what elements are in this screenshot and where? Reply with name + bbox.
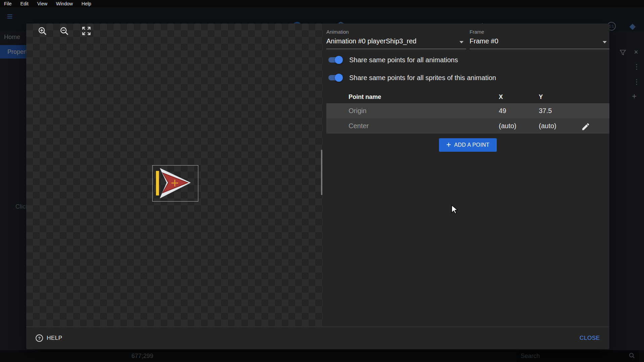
frame-select-label: Frame xyxy=(470,29,609,35)
toggle-label: Share same points for all animations xyxy=(349,56,458,64)
add-a-point-button[interactable]: + ADD A POINT xyxy=(439,138,497,152)
menu-item-window[interactable]: Window xyxy=(56,1,73,6)
point-y-cell[interactable]: 37.5 xyxy=(539,103,552,118)
player-ship-sprite xyxy=(153,166,198,201)
animation-select-label: Animation xyxy=(326,29,466,35)
add-a-point-label: ADD A POINT xyxy=(454,142,489,148)
mouse-cursor xyxy=(451,205,458,216)
zoom-in-icon[interactable] xyxy=(37,26,47,36)
edit-points-dialog: Animation Animation #0 playerShip3_red F… xyxy=(26,24,609,349)
toggle-switch[interactable] xyxy=(328,57,342,63)
menu-item-help[interactable]: Help xyxy=(82,1,91,6)
plus-icon: + xyxy=(446,140,451,149)
table-row-origin[interactable]: Origin 49 37.5 xyxy=(326,103,609,118)
table-row-center[interactable]: Center (auto) (auto) xyxy=(326,118,609,134)
frame-select[interactable]: Frame Frame #0 xyxy=(470,29,609,49)
edit-pencil-icon[interactable] xyxy=(581,121,590,131)
help-label: HELP xyxy=(47,335,62,341)
toggle-label: Share same points for all sprites of thi… xyxy=(349,74,496,82)
toggle-share-all-animations: Share same points for all animations xyxy=(328,56,458,64)
point-x-cell[interactable]: 49 xyxy=(499,103,506,118)
menu-bar: File Edit View Window Help xyxy=(0,0,644,7)
zoom-out-icon[interactable] xyxy=(59,26,69,36)
toggle-knob xyxy=(335,56,343,64)
frame-select-value: Frame #0 xyxy=(470,37,609,45)
animation-select-value: Animation #0 playerShip3_red xyxy=(326,37,466,45)
sprite-canvas[interactable] xyxy=(26,24,323,327)
zoom-fit-icon[interactable] xyxy=(81,26,91,36)
toggle-knob xyxy=(335,74,343,82)
points-table-header: Point name X Y xyxy=(326,92,609,102)
point-name-cell: Center xyxy=(349,118,369,134)
header-point-name: Point name xyxy=(349,92,381,102)
help-icon: ? xyxy=(36,334,43,342)
menu-item-file[interactable]: File xyxy=(4,1,12,6)
point-y-cell[interactable]: (auto) xyxy=(539,118,556,134)
point-x-cell[interactable]: (auto) xyxy=(499,118,516,134)
chevron-down-icon xyxy=(603,41,607,43)
dialog-footer: ? HELP CLOSE xyxy=(26,327,609,349)
points-panel: Animation Animation #0 playerShip3_red F… xyxy=(326,24,609,327)
sprite-frame[interactable] xyxy=(152,165,198,202)
point-name-cell: Origin xyxy=(349,103,366,118)
toggle-switch[interactable] xyxy=(328,75,342,80)
menu-item-view[interactable]: View xyxy=(37,1,47,6)
animation-select[interactable]: Animation Animation #0 playerShip3_red xyxy=(326,29,466,49)
chevron-down-icon xyxy=(459,41,464,43)
toggle-share-all-sprites: Share same points for all sprites of thi… xyxy=(328,73,496,82)
close-button[interactable]: CLOSE xyxy=(579,335,600,341)
scrollbar-thumb[interactable] xyxy=(321,150,322,195)
help-button[interactable]: ? HELP xyxy=(36,334,62,342)
header-y: Y xyxy=(539,92,543,102)
header-x: X xyxy=(499,92,503,102)
menu-item-edit[interactable]: Edit xyxy=(21,1,29,6)
